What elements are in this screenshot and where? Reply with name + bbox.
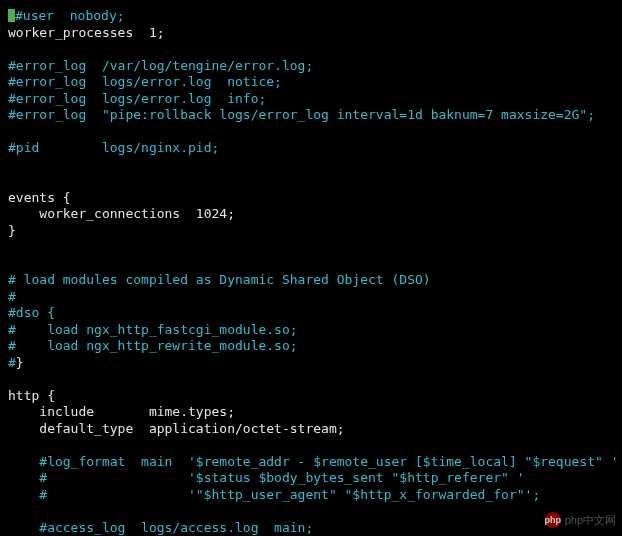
code-token: http { <box>8 388 55 403</box>
code-token: #log_format main '$remote_addr - $remote… <box>8 454 618 469</box>
code-token: #pid logs/nginx.pid; <box>8 140 219 155</box>
code-token: #error_log logs/error.log info; <box>8 91 266 106</box>
code-token: } <box>8 223 16 238</box>
code-token: #error_log "pipe:rollback logs/error_log… <box>8 107 595 122</box>
php-icon: php <box>545 512 561 528</box>
terminal-cursor <box>8 9 15 22</box>
code-token: # '"$http_user_agent" "$http_x_forwarded… <box>8 487 540 502</box>
code-token: } <box>16 355 24 370</box>
code-token: # <box>8 355 16 370</box>
code-token: #user nobody; <box>15 8 125 23</box>
code-token: #error_log /var/log/tengine/error.log; <box>8 58 313 73</box>
code-token: #dso { <box>8 305 55 320</box>
config-code-view: #user nobody; worker_processes 1; #error… <box>0 0 622 536</box>
code-token: default_type application/octet-stream; <box>8 421 345 436</box>
code-token: include mime.types; <box>8 404 235 419</box>
code-token: events { <box>8 190 71 205</box>
code-token: worker_processes 1; <box>8 25 165 40</box>
code-token: #access_log logs/access.log main; <box>8 520 313 535</box>
code-token: # load modules compiled as Dynamic Share… <box>8 272 431 287</box>
code-token: # <box>8 289 16 304</box>
watermark: php php中文网 <box>545 512 616 529</box>
watermark-label: php中文网 <box>565 512 616 529</box>
code-token: # '$status $body_bytes_sent "$http_refer… <box>8 470 525 485</box>
code-token: worker_connections 1024; <box>8 206 235 221</box>
code-token: # load ngx_http_rewrite_module.so; <box>8 338 298 353</box>
code-token: #error_log logs/error.log notice; <box>8 74 282 89</box>
code-token: # load ngx_http_fastcgi_module.so; <box>8 322 298 337</box>
